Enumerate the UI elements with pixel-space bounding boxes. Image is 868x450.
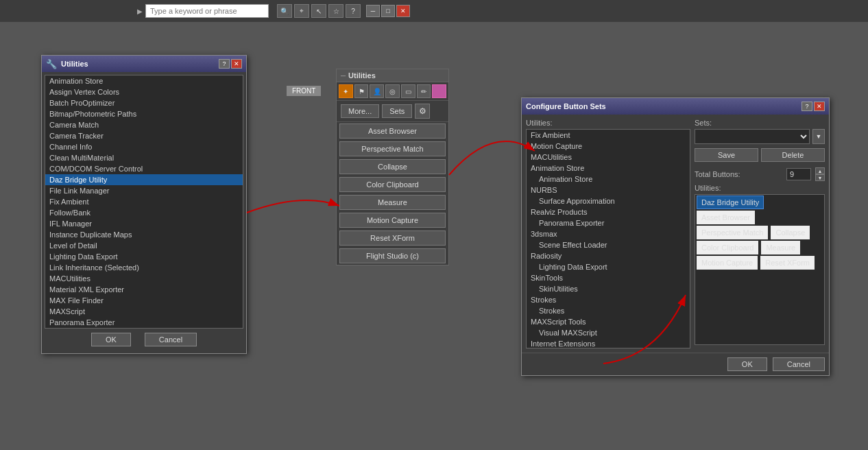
configure-utilities-list[interactable]: Fix AmbientMotion CaptureMACUtilitiesAni… — [526, 129, 690, 348]
utilities-close-btn[interactable]: ✕ — [231, 59, 242, 69]
utilities-right-list[interactable]: Daz Bridge UtilityAsset BrowserPerspecti… — [695, 194, 825, 345]
configure-list-item[interactable]: Surface Approximation — [527, 196, 690, 206]
panel-item-btn[interactable]: Asset Browser — [339, 123, 446, 139]
configure-list-item[interactable]: Animation Store — [527, 174, 690, 185]
panel-item-btn[interactable]: Perspective Match — [339, 141, 446, 156]
configure-list-item[interactable]: Motion Capture — [527, 141, 690, 152]
list-item[interactable]: Link Inheritance (Selected) — [45, 262, 243, 273]
list-item[interactable]: Daz Bridge Utility — [45, 174, 243, 185]
spinner-up-btn[interactable]: ▲ — [815, 167, 825, 174]
help-icon-btn[interactable]: ? — [346, 4, 361, 18]
configure-list-item[interactable]: Strokes — [527, 294, 690, 305]
list-item[interactable]: Animation Store — [45, 75, 243, 86]
search-area: ▶ 🔍 ⌖ ↖ ☆ ? ─ □ ✕ — [137, 4, 410, 18]
configure-ok-btn[interactable]: OK — [727, 357, 767, 371]
configure-list-item[interactable]: Radiosity — [527, 250, 690, 261]
panel-item-btn[interactable]: Reset XForm — [339, 230, 446, 246]
list-item[interactable]: Panorama Exporter — [45, 317, 243, 328]
list-item[interactable]: MAXScript — [45, 306, 243, 317]
panel-person-btn[interactable]: 👤 — [370, 84, 384, 98]
filter-icon-btn[interactable]: ⌖ — [294, 4, 309, 18]
sets-dropdown[interactable] — [695, 129, 810, 144]
list-item[interactable]: Channel Info — [45, 141, 243, 152]
list-item[interactable]: Polygon Counter — [45, 328, 243, 329]
list-item[interactable]: Assign Vertex Colors — [45, 86, 243, 97]
delete-btn[interactable]: Delete — [761, 148, 825, 162]
panel-item-btn[interactable]: Flight Studio (c) — [339, 248, 446, 263]
panel-circle-btn[interactable]: ◎ — [385, 84, 400, 98]
search-input[interactable] — [145, 4, 269, 18]
panel-color-swatch[interactable] — [432, 84, 446, 98]
list-item[interactable]: IFL Manager — [45, 218, 243, 229]
list-item[interactable]: Material XML Exporter — [45, 284, 243, 295]
panel-item-btn[interactable]: Measure — [339, 195, 446, 210]
configure-list-item[interactable]: Strokes — [527, 305, 690, 316]
panel-item-btn[interactable]: Motion Capture — [339, 213, 446, 228]
right-utility-btn[interactable]: Motion Capture — [697, 256, 758, 270]
list-item[interactable]: Camera Match — [45, 119, 243, 130]
configure-list-item[interactable]: Realviz Products — [527, 206, 690, 217]
save-btn[interactable]: Save — [695, 148, 758, 162]
close-btn[interactable]: ✕ — [396, 5, 410, 17]
list-item[interactable]: MAX File Finder — [45, 295, 243, 306]
right-utility-btn[interactable]: Perspective Match — [697, 226, 768, 239]
list-item[interactable]: Batch ProOptimizer — [45, 97, 243, 108]
right-utility-btn[interactable]: Reset XForm — [760, 256, 815, 270]
right-utility-btn[interactable]: Daz Bridge Utility — [697, 196, 764, 209]
total-buttons-input[interactable] — [786, 168, 811, 180]
panel-pencil-btn[interactable]: ✏ — [417, 84, 431, 98]
right-utility-btn[interactable]: Measure — [761, 241, 800, 254]
list-item[interactable]: Camera Tracker — [45, 130, 243, 141]
configure-list-item[interactable]: 3dsmax — [527, 228, 690, 239]
right-utility-btn[interactable]: Collapse — [771, 226, 810, 239]
panel-star-btn[interactable]: ✦ — [339, 84, 353, 98]
list-item[interactable]: Level of Detail — [45, 240, 243, 251]
list-item[interactable]: File Link Manager — [45, 185, 243, 196]
list-item[interactable]: Lighting Data Export — [45, 251, 243, 262]
list-item[interactable]: Clean MultiMaterial — [45, 152, 243, 163]
sets-btn[interactable]: Sets — [382, 104, 412, 118]
bookmark-icon-btn[interactable]: ☆ — [328, 4, 343, 18]
utilities-cancel-btn[interactable]: Cancel — [145, 333, 197, 346]
configure-list-item[interactable]: Internet Extensions — [527, 338, 690, 348]
right-utility-btn[interactable]: Asset Browser — [697, 211, 755, 224]
config-icon-btn[interactable]: ⚙ — [415, 104, 430, 119]
panel-item-btn[interactable]: Color Clipboard — [339, 177, 446, 192]
utilities-list[interactable]: Animation StoreAssign Vertex ColorsBatch… — [45, 75, 243, 329]
configure-list-item[interactable]: SkinUtilities — [527, 283, 690, 294]
search-icon-btn[interactable]: 🔍 — [277, 4, 292, 18]
configure-cancel-btn[interactable]: Cancel — [773, 357, 825, 371]
spinner-down-btn[interactable]: ▼ — [815, 174, 825, 181]
list-item[interactable]: Fix Ambient — [45, 196, 243, 207]
configure-list-item[interactable]: MACUtilities — [527, 152, 690, 163]
panel-square-btn[interactable]: ▭ — [401, 84, 415, 98]
more-btn[interactable]: More... — [341, 104, 379, 118]
configure-list-item[interactable]: NURBS — [527, 185, 690, 196]
cursor-icon-btn[interactable]: ↖ — [311, 4, 326, 18]
configure-list-item[interactable]: Visual MAXScript — [527, 327, 690, 338]
total-spinner[interactable]: ▲ ▼ — [815, 167, 825, 181]
configure-close-btn[interactable]: ✕ — [814, 102, 825, 111]
configure-list-item[interactable]: SkinTools — [527, 272, 690, 283]
configure-list-item[interactable]: Fix Ambient — [527, 130, 690, 141]
configure-list-item[interactable]: Scene Effect Loader — [527, 239, 690, 250]
maximize-btn[interactable]: □ — [381, 5, 395, 17]
panel-flag-btn[interactable]: ⚑ — [354, 84, 369, 98]
list-item[interactable]: COM/DCOM Server Control — [45, 163, 243, 174]
list-item[interactable]: MACUtilities — [45, 273, 243, 284]
list-item[interactable]: Instance Duplicate Maps — [45, 229, 243, 240]
configure-list-item[interactable]: Lighting Data Export — [527, 261, 690, 272]
right-utility-btn[interactable]: Color Clipboard — [697, 241, 758, 254]
minimize-btn[interactable]: ─ — [366, 5, 380, 17]
panel-collapse-btn[interactable]: ─ — [341, 72, 346, 80]
configure-list-item[interactable]: MAXScript Tools — [527, 316, 690, 327]
utilities-help-btn[interactable]: ? — [219, 59, 230, 69]
configure-list-item[interactable]: Animation Store — [527, 163, 690, 174]
utilities-ok-btn[interactable]: OK — [91, 333, 131, 346]
dropdown-arrow-btn[interactable]: ▼ — [812, 129, 825, 144]
configure-list-item[interactable]: Panorama Exporter — [527, 217, 690, 228]
configure-help-btn[interactable]: ? — [801, 102, 812, 111]
list-item[interactable]: Follow/Bank — [45, 207, 243, 218]
list-item[interactable]: Bitmap/Photometric Paths — [45, 108, 243, 119]
panel-item-btn[interactable]: Collapse — [339, 159, 446, 174]
